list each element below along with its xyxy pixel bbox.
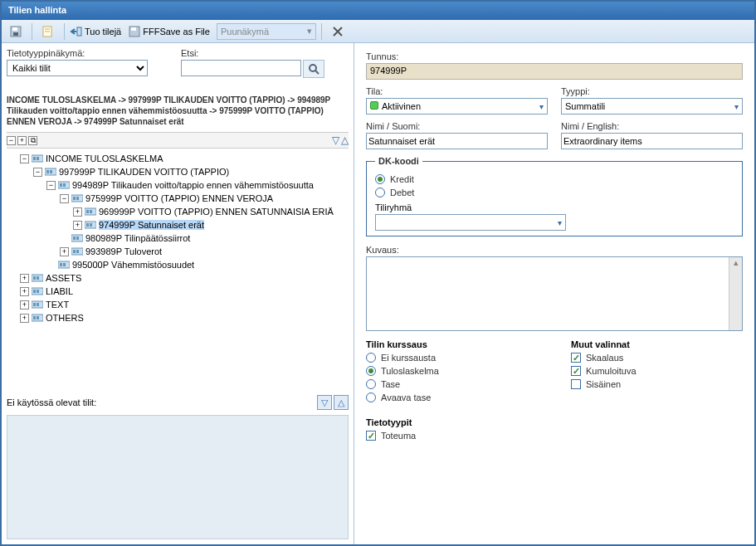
import-accounts-button[interactable]: Tuo tilejä xyxy=(70,25,121,38)
chevron-down-icon: ▾ xyxy=(734,102,739,111)
tree-node-label: 975999P VOITTO (TAPPIO) ENNEN VEROJA xyxy=(85,193,273,203)
tree-down-icon[interactable]: ▽ xyxy=(332,134,339,146)
svg-rect-1 xyxy=(12,27,17,31)
save-button[interactable] xyxy=(5,22,27,41)
tree-node[interactable]: 980989P Tilinpäätössiirrot xyxy=(7,232,349,245)
svg-rect-28 xyxy=(90,223,92,227)
tree-node[interactable]: −994989P Tilikauden voitto/tappio ennen … xyxy=(7,178,349,192)
import-label: Tuo tilejä xyxy=(85,27,121,37)
expand-two-button[interactable]: ⧉ xyxy=(28,136,37,145)
dk-code-legend: DK-koodi xyxy=(375,156,422,166)
move-down-button[interactable]: ▽ xyxy=(317,395,332,410)
save-file-icon xyxy=(128,25,141,38)
tree-node[interactable]: +LIABIL xyxy=(7,285,349,298)
tree-node[interactable]: +974999P Satunnaiset erät xyxy=(7,218,349,232)
search-button[interactable] xyxy=(303,60,324,78)
radio-icon xyxy=(375,174,385,184)
kurssaus-option[interactable]: Avaava tase xyxy=(366,392,538,402)
svg-rect-43 xyxy=(37,290,39,293)
kurssaus-header: Tilin kurssaus xyxy=(366,339,538,349)
window-title: Tilien hallinta xyxy=(8,5,66,15)
unused-accounts-list[interactable] xyxy=(7,415,349,539)
expand-toggle[interactable]: − xyxy=(20,154,29,163)
separator xyxy=(32,23,32,40)
status-indicator-icon xyxy=(370,101,378,110)
expand-toggle[interactable]: − xyxy=(60,194,69,203)
tree-node-label: 974999P Satunnaiset erät xyxy=(99,220,204,230)
svg-line-10 xyxy=(315,71,319,74)
expand-toggle[interactable]: + xyxy=(73,221,82,230)
tree-node[interactable]: +993989P Tuloverot xyxy=(7,245,349,258)
kurssaus-option[interactable]: Ei kurssausta xyxy=(366,353,538,363)
expand-toggle[interactable]: + xyxy=(20,274,29,283)
tree-node[interactable]: +969999P VOITTO (TAPPIO) ENNEN SATUNNAIS… xyxy=(7,205,349,218)
save-as-file-button[interactable]: FFFSave as File xyxy=(128,25,210,38)
breadcrumb: INCOME TULOSLASKELMA -> 997999P TILIKAUD… xyxy=(7,95,349,127)
view-dropdown[interactable]: Puunäkymä ▾ xyxy=(217,23,316,40)
type-select[interactable]: Summatili ▾ xyxy=(561,98,743,115)
scrollbar[interactable]: ▴ xyxy=(729,257,742,330)
dk-option[interactable]: Kredit xyxy=(375,174,734,184)
checkbox-icon xyxy=(571,379,581,389)
view-dropdown-value: Puunäkymä xyxy=(221,27,269,37)
expand-toggle[interactable]: + xyxy=(73,207,82,217)
name-en-input[interactable] xyxy=(561,133,743,149)
description-textarea[interactable]: ▴ xyxy=(366,256,743,331)
tree-node[interactable]: +TEXT xyxy=(7,298,349,311)
kurssaus-option[interactable]: Tase xyxy=(366,379,538,389)
tree-node-label: 997999P TILIKAUDEN VOITTO (TAPPIO) xyxy=(59,167,229,177)
separator xyxy=(321,23,322,40)
expand-toggle[interactable]: − xyxy=(33,168,42,177)
tree-node[interactable]: +OTHERS xyxy=(7,311,349,324)
left-panel: Tietotyyppinäkymä: Kaikki tilit Etsi: IN… xyxy=(2,43,354,544)
svg-rect-36 xyxy=(60,263,62,266)
tree-node[interactable]: −INCOME TULOSLASKELMA xyxy=(7,152,349,165)
name-fi-input[interactable] xyxy=(366,133,548,149)
checkbox-icon: ✓ xyxy=(571,366,581,376)
expand-toggle[interactable]: + xyxy=(20,300,29,310)
move-up-button[interactable]: △ xyxy=(334,395,349,410)
tree-node[interactable]: −997999P TILIKAUDEN VOITTO (TAPPIO) xyxy=(7,165,349,178)
svg-rect-42 xyxy=(33,290,36,293)
id-label: Tunnus: xyxy=(366,51,743,61)
expand-all-button[interactable]: + xyxy=(17,136,27,145)
checkbox-icon: ✓ xyxy=(366,431,376,441)
typeview-select[interactable]: Kaikki tilit xyxy=(7,60,148,76)
tree-up-icon[interactable]: △ xyxy=(341,134,349,146)
tree-node-label: 994989P Tilikauden voitto/tappio ennen v… xyxy=(72,180,314,190)
svg-rect-30 xyxy=(73,236,76,240)
datatype-option[interactable]: ✓Toteuma xyxy=(366,431,743,441)
right-panel: Tunnus: 974999P Tila: Aktiivinen ▾ Tyypp… xyxy=(354,43,754,544)
muut-header: Muut valinnat xyxy=(571,339,743,349)
kurssaus-option[interactable]: Tuloslaskelma xyxy=(366,366,538,376)
muut-option[interactable]: ✓Skaalaus xyxy=(571,353,743,363)
tree-node-label: TEXT xyxy=(46,300,69,310)
svg-rect-22 xyxy=(76,197,79,200)
svg-rect-39 xyxy=(33,276,36,280)
expand-toggle[interactable]: + xyxy=(20,287,29,296)
account-tree[interactable]: −INCOME TULOSLASKELMA−997999P TILIKAUDEN… xyxy=(7,152,349,388)
svg-rect-27 xyxy=(86,223,89,227)
state-select[interactable]: Aktiivinen ▾ xyxy=(366,98,548,115)
muut-option[interactable]: Sisäinen xyxy=(571,379,743,389)
radio-icon xyxy=(366,392,376,402)
dk-option[interactable]: Debet xyxy=(375,188,734,197)
expand-toggle[interactable]: − xyxy=(46,181,56,190)
expand-toggle[interactable]: + xyxy=(20,314,29,323)
description-label: Kuvaus: xyxy=(366,245,743,255)
tree-node[interactable]: +ASSETS xyxy=(7,271,349,285)
muut-option[interactable]: ✓Kumuloituva xyxy=(571,366,743,376)
close-button[interactable] xyxy=(327,22,349,41)
search-input[interactable] xyxy=(181,60,301,76)
typeview-label: Tietotyyppinäkymä: xyxy=(7,48,148,58)
collapse-all-button[interactable]: − xyxy=(7,136,16,145)
notes-button[interactable] xyxy=(37,22,59,41)
svg-rect-18 xyxy=(60,183,62,187)
expand-toggle[interactable]: + xyxy=(60,247,69,256)
name-en-label: Nimi / English: xyxy=(561,121,743,131)
group-select[interactable]: ▾ xyxy=(375,214,566,231)
state-label: Tila: xyxy=(366,86,548,96)
search-label: Etsi: xyxy=(181,48,324,58)
tree-node[interactable]: −975999P VOITTO (TAPPIO) ENNEN VEROJA xyxy=(7,192,349,205)
tree-node[interactable]: 995000P Vähemmistöosuudet xyxy=(7,258,349,271)
